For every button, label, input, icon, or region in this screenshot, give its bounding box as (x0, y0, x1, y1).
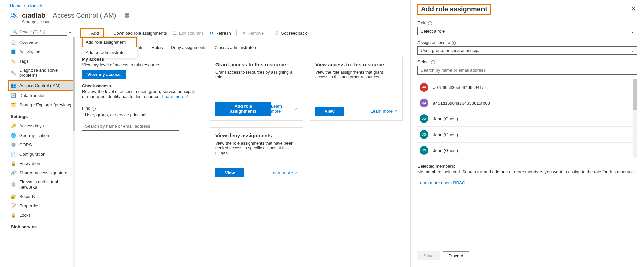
sidebar-search[interactable]: 🔍 (10, 28, 67, 36)
collapse-sidebar-icon[interactable]: « (69, 29, 72, 35)
breadcrumb-home[interactable]: Home (10, 3, 22, 8)
selected-members-title: Selected members: (417, 164, 637, 169)
grant-access-card: Grant access to this resource Grant acce… (210, 57, 303, 121)
view-access-button[interactable]: View (315, 107, 344, 116)
grant-learn-more[interactable]: Learn more ↗ (271, 104, 297, 114)
activity-log-icon: 📘 (11, 49, 16, 54)
menu-item-add-co-admin[interactable]: Add co-administrator (82, 47, 137, 58)
user-item[interactable]: A0a07569cff3eeb4f4d9c941ef (417, 79, 633, 95)
check-access-title: Check access (82, 83, 196, 88)
user-list-scrollbar-thumb[interactable] (633, 79, 637, 110)
sidebar-search-input[interactable] (19, 30, 70, 34)
grant-card-title: Grant access to this resource (215, 62, 297, 67)
sidebar-item-access-control[interactable]: 👥Access Control (IAM) (10, 81, 73, 90)
sidebar-item-label: Access keys (19, 123, 44, 128)
check-access-desc: Review the level of access a user, group… (82, 89, 196, 99)
info-icon[interactable]: i (431, 60, 435, 64)
menu-item-add-role-assignment[interactable]: Add role assignment (82, 37, 137, 47)
sidebar-item-label: Configuration (19, 152, 45, 157)
sidebar-item-sas[interactable]: 🔗Shared access signature (10, 168, 75, 177)
user-item[interactable]: JOJohn (Guest) (417, 111, 633, 127)
tab-classic[interactable]: Classic administrators (215, 45, 257, 50)
user-item[interactable]: JOJohn (Guest) (417, 143, 633, 158)
sidebar-item-encryption[interactable]: 🔒Encryption (10, 159, 75, 168)
sidebar-item-properties[interactable]: 📝Properties (10, 201, 75, 210)
assign-access-value: User, group, or service principal (421, 48, 482, 53)
page-title: Access Control (IAM) (53, 12, 116, 19)
tab-roles[interactable]: Roles (151, 45, 163, 50)
sidebar-item-data-transfer[interactable]: 🔄Data transfer (10, 91, 75, 100)
user-name: a07569cff3eeb4f4d9c941ef (433, 85, 486, 90)
select-input[interactable] (417, 66, 637, 75)
feedback-button[interactable]: ♡Got feedback? (272, 29, 312, 37)
deny-learn-more[interactable]: Learn more ↗ (271, 170, 297, 175)
role-select[interactable]: Select a role⌄ (417, 27, 637, 35)
people-icon (10, 11, 19, 20)
add-button[interactable]: ＋Add (82, 29, 102, 37)
sidebar-item-diagnose[interactable]: 🔧Diagnose and solve problems (10, 66, 75, 80)
feedback-label: Got feedback? (281, 31, 309, 36)
user-item[interactable]: JOJohn (Guest) (417, 127, 633, 143)
find-label: Findi (82, 106, 196, 111)
find-input[interactable] (82, 122, 179, 131)
view-access-card: View access to this resource View the ro… (310, 57, 403, 121)
download-icon: ⭳ (107, 31, 111, 36)
breadcrumb-resource[interactable]: ciadlab (28, 3, 42, 8)
sidebar-item-locks[interactable]: 🔒Locks (10, 210, 75, 220)
info-icon[interactable]: i (452, 41, 456, 45)
tab-partial[interactable]: nts (138, 45, 143, 50)
sidebar-item-access-keys[interactable]: 🔑Access keys (10, 121, 75, 130)
view-learn-more[interactable]: Learn more ↗ (371, 109, 397, 114)
sidebar-item-storage-explorer[interactable]: 🗂️Storage Explorer (preview) (10, 100, 75, 109)
avatar: JO (420, 114, 428, 123)
sidebar-item-label: CORS (19, 142, 32, 147)
sidebar-item-overview[interactable]: 📋Overview (10, 38, 75, 47)
view-deny-button[interactable]: View (215, 168, 244, 177)
find-select[interactable]: User, group, or service principal⌄ (82, 111, 179, 119)
sidebar-item-security[interactable]: 🔐Security (10, 192, 75, 201)
sidebar-item-label: Security (19, 194, 35, 199)
sidebar-section-settings: Settings (10, 109, 75, 121)
sidebar-item-tags[interactable]: 🏷️Tags (10, 56, 75, 66)
sas-icon: 🔗 (11, 170, 16, 175)
key-icon: 🔑 (11, 123, 16, 128)
panel-title: Add role assignment (421, 5, 487, 13)
close-panel-button[interactable]: ✕ (630, 4, 637, 14)
data-transfer-icon: 🔄 (11, 93, 16, 98)
user-name: John (Guest) (433, 148, 458, 153)
tab-deny[interactable]: Deny assignments (171, 45, 207, 50)
sidebar-item-activity-log[interactable]: 📘Activity log (10, 47, 75, 56)
breadcrumb-sep: › (24, 3, 25, 8)
storage-explorer-icon: 🗂️ (11, 102, 16, 107)
sidebar-item-firewalls[interactable]: 🛡️Firewalls and virtual networks (10, 177, 75, 192)
sidebar-scrollbar[interactable] (73, 37, 75, 267)
assign-access-select[interactable]: User, group, or service principal⌄ (417, 46, 637, 55)
add-role-assignments-button[interactable]: Add role assignments (215, 102, 271, 116)
sidebar-item-label: Activity log (19, 49, 40, 54)
role-select-value: Select a role (421, 29, 445, 34)
sidebar-item-configuration[interactable]: 📄Configuration (10, 149, 75, 159)
check-access-learn-more[interactable]: Learn more ↗ (162, 94, 188, 99)
resource-title: ciadlab (22, 12, 45, 19)
learn-more-rbac-link[interactable]: Learn more about RBAC (417, 180, 465, 185)
sidebar-item-cors[interactable]: ⚙️CORS (10, 140, 75, 149)
sidebar-item-label: Data transfer (19, 93, 45, 98)
user-list: A0a07569cff3eeb4f4d9c941ef A4a45ad15d04a… (417, 79, 633, 158)
resource-subtitle: Storage account (0, 20, 410, 28)
print-icon[interactable] (124, 13, 130, 18)
sidebar-item-label: Encryption (19, 161, 40, 166)
discard-button[interactable]: Discard (443, 251, 469, 260)
info-icon[interactable]: i (92, 107, 96, 111)
remove-label: Remove (248, 31, 264, 36)
refresh-button[interactable]: ↻Refresh (207, 29, 234, 37)
sidebar: 🔍 « 📋Overview 📘Activity log 🏷️Tags 🔧Diag… (0, 28, 75, 267)
view-my-access-button[interactable]: View my access (82, 70, 126, 79)
user-item[interactable]: A4a45ad15d04a734330815fb03 (417, 95, 633, 111)
properties-icon: 📝 (11, 203, 16, 208)
external-link-icon: ↗ (294, 107, 297, 111)
sidebar-scrollbar-thumb[interactable] (73, 37, 75, 131)
download-button[interactable]: ⭳Download role assignments (104, 29, 170, 37)
sidebar-item-geo-replication[interactable]: 🌐Geo-replication (10, 130, 75, 140)
info-icon[interactable]: i (428, 21, 432, 25)
find-select-value: User, group, or service principal (85, 112, 146, 117)
